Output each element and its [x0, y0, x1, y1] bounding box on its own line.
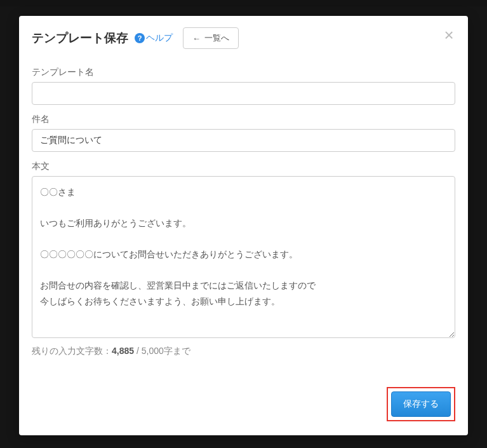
subject-group: 件名	[32, 114, 455, 152]
subject-input[interactable]	[32, 129, 455, 152]
modal-header: テンプレート保存 ? ヘルプ ← 一覧へ ×	[19, 16, 468, 55]
back-button-label: 一覧へ	[204, 32, 229, 44]
body-label: 本文	[32, 161, 455, 172]
back-to-list-button[interactable]: ← 一覧へ	[183, 27, 239, 49]
modal-footer: 保存する	[19, 378, 468, 435]
modal-title: テンプレート保存	[32, 30, 128, 46]
body-group: 本文 残りの入力文字数：4,885 / 5,000字まで	[32, 161, 455, 357]
help-link[interactable]: ? ヘルプ	[135, 32, 173, 44]
template-save-modal: テンプレート保存 ? ヘルプ ← 一覧へ × テンプレート名 件名 本文 残りの…	[19, 16, 468, 435]
char-count-prefix: 残りの入力文字数：	[32, 346, 112, 356]
arrow-left-icon: ←	[192, 34, 201, 43]
subject-label: 件名	[32, 114, 455, 125]
char-count-limit: 5,000字まで	[142, 346, 190, 356]
char-count-current: 4,885	[112, 346, 134, 356]
template-name-group: テンプレート名	[32, 67, 455, 105]
help-icon: ?	[135, 33, 145, 43]
save-button[interactable]: 保存する	[391, 391, 451, 417]
char-count: 残りの入力文字数：4,885 / 5,000字まで	[32, 346, 455, 357]
template-name-label: テンプレート名	[32, 67, 455, 78]
close-button[interactable]: ×	[441, 27, 457, 43]
body-textarea[interactable]	[32, 176, 455, 338]
template-name-input[interactable]	[32, 82, 455, 105]
help-label: ヘルプ	[146, 32, 173, 44]
close-icon: ×	[444, 25, 453, 44]
save-button-highlight: 保存する	[387, 387, 455, 421]
modal-body: テンプレート名 件名 本文 残りの入力文字数：4,885 / 5,000字まで	[19, 55, 468, 378]
char-count-separator: /	[134, 346, 142, 356]
